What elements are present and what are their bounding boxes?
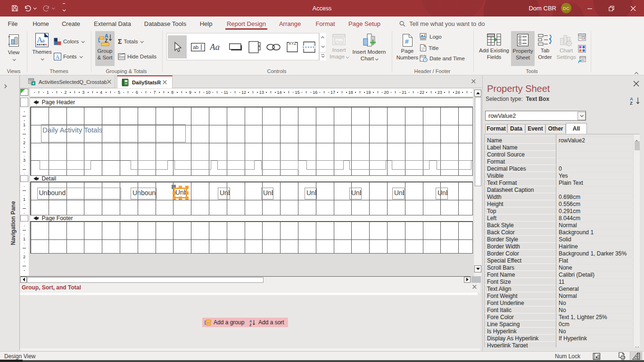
property-row[interactable]: Back ColorBackground 1 [485, 229, 633, 236]
resize-handle-n[interactable] [179, 186, 182, 189]
gallery-more-button[interactable] [320, 52, 326, 59]
gallery-scroll-up[interactable] [320, 34, 326, 41]
ribbon-tab-help[interactable]: Help [200, 17, 213, 30]
hide-details-button[interactable]: Hide Details [118, 53, 157, 60]
print-preview-button[interactable] [616, 352, 628, 361]
property-row[interactable]: Datasheet Caption [485, 186, 633, 193]
page-numbers-button[interactable]: # Page Numbers [395, 31, 420, 66]
property-value[interactable]: Background 1, Darker 35% [557, 250, 632, 257]
themes-button[interactable]: A a Themes [31, 31, 53, 66]
scroll-right-button[interactable] [464, 277, 471, 283]
tab-control-tool[interactable] [245, 35, 264, 58]
unbound-textbox[interactable]: Unbound [37, 188, 121, 199]
ribbon-tab-home[interactable]: Home [33, 17, 49, 30]
add-sort-button[interactable]: AZ Add a sort [248, 318, 288, 327]
ribbon-tab-create[interactable]: Create [62, 17, 80, 30]
header-column-label[interactable] [392, 160, 429, 170]
doc-tab-dailystatsr[interactable]: DailyStatsR [117, 75, 173, 88]
add-existing-fields-button[interactable]: Add Existing Fields [478, 31, 511, 66]
fonts-button[interactable]: A Fonts [54, 53, 82, 60]
property-row[interactable]: Left8.044cm [485, 214, 633, 222]
section-selector-page-header[interactable] [20, 98, 28, 107]
tell-me-search[interactable]: Tell me what you want to do [409, 17, 485, 30]
property-value[interactable]: 0.556cm [557, 201, 632, 207]
property-row[interactable]: Is HyperlinkNo [485, 328, 633, 335]
property-value[interactable]: Flat [557, 257, 632, 264]
property-value[interactable]: No [557, 300, 632, 306]
property-value[interactable] [557, 151, 632, 158]
horizontal-ruler[interactable]: 123456789101112131415161718192021222324 [30, 89, 473, 96]
ps-tab-event[interactable]: Event [525, 124, 545, 133]
property-value[interactable]: 0cm [557, 321, 632, 328]
property-row[interactable]: Label Name [485, 144, 633, 151]
minimize-button[interactable] [579, 0, 601, 16]
resize-handle-e[interactable] [185, 191, 189, 195]
property-row[interactable]: Decimal Places0 [485, 165, 633, 172]
section-selector-page-footer[interactable] [20, 215, 28, 222]
property-sheet-button[interactable]: Property Sheet [511, 31, 535, 66]
combo-dropdown-button[interactable] [578, 112, 586, 120]
sort-az-icon[interactable]: AZ [630, 97, 640, 106]
gallery-scroll-down[interactable] [320, 43, 326, 49]
ribbon-tab-format[interactable]: Format [315, 17, 335, 30]
property-value[interactable]: Background 1 [557, 229, 632, 236]
property-row[interactable]: Top0.291cm [485, 207, 633, 214]
logo-button[interactable]: Logo [420, 33, 442, 41]
resize-handle-ne[interactable] [185, 186, 189, 189]
resize-handle-se[interactable] [185, 197, 189, 200]
user-name[interactable]: Dom CBR [528, 0, 556, 16]
property-row[interactable]: Font NameCalibri (Detail) [485, 271, 633, 278]
ribbon-tab-page-setup[interactable]: Page Setup [348, 17, 380, 30]
view-code-button[interactable] [578, 45, 586, 53]
report-title-label[interactable]: Daily Activity Totals [41, 124, 186, 142]
expand-nav-icon[interactable] [3, 81, 6, 90]
restore-button[interactable] [601, 0, 622, 16]
unbound-textbox[interactable]: Unbound [305, 188, 317, 199]
header-column-label[interactable] [40, 160, 91, 170]
button-tool[interactable] [226, 35, 245, 58]
header-column-label[interactable] [131, 160, 168, 170]
label-tool[interactable]: Aa [207, 35, 226, 58]
property-value[interactable]: 0.291cm [557, 208, 632, 214]
group-sort-button[interactable]: A Z Group & Sort [95, 31, 115, 66]
ps-scroll-down-icon[interactable] [636, 342, 638, 347]
section-bar-page-header[interactable]: Page Header [30, 98, 473, 107]
textbox-tool[interactable]: ab [189, 35, 207, 58]
title-button[interactable]: Title [420, 44, 438, 52]
date-time-button[interactable]: Date and Time [420, 55, 465, 62]
property-row[interactable]: Scroll BarsNone [485, 264, 633, 271]
ribbon-tab-database-tools[interactable]: Database Tools [144, 17, 186, 30]
close-button[interactable] [622, 0, 644, 16]
section-selector-detail[interactable] [20, 175, 28, 182]
property-value[interactable] [557, 158, 632, 165]
property-value[interactable]: 0.698cm [557, 194, 632, 200]
property-value[interactable]: Calibri (Detail) [557, 272, 632, 278]
view-button[interactable]: View [4, 31, 24, 66]
scroll-down-button[interactable] [474, 265, 481, 272]
unbound-textbox[interactable]: Unbound [436, 188, 448, 199]
property-value[interactable]: No [557, 307, 632, 313]
report-view-button[interactable] [590, 352, 603, 361]
property-row[interactable]: Text AlignGeneral [485, 285, 633, 292]
page-break-tool[interactable] [300, 35, 319, 58]
property-row[interactable]: Line Spacing0cm [485, 321, 633, 328]
ribbon-tab-file[interactable]: File [8, 17, 18, 30]
property-row[interactable]: Font UnderlineNo [485, 299, 633, 306]
header-column-label[interactable] [306, 160, 344, 170]
header-column-label[interactable] [349, 160, 387, 170]
property-row[interactable]: VisibleYes [485, 172, 633, 179]
property-row[interactable]: Format [485, 158, 633, 165]
scroll-left-button[interactable] [20, 277, 27, 283]
property-value[interactable]: Plain Text [557, 180, 632, 186]
ribbon-tab-arrange[interactable]: Arrange [279, 17, 301, 30]
unbound-textbox[interactable]: Unbound [261, 188, 273, 199]
property-row[interactable]: Fore ColorText 1, Lighter 25% [485, 313, 633, 321]
property-row[interactable]: Text FormatPlain Text [485, 179, 633, 186]
close-property-sheet-icon[interactable] [633, 81, 639, 87]
property-row[interactable]: NamerowValue2 [485, 137, 633, 144]
tab-order-button[interactable]: Tab Order [536, 31, 554, 66]
vertical-ruler[interactable]: 123112 [20, 97, 29, 276]
resize-handle-s[interactable] [179, 197, 182, 200]
design-hscroll-thumb[interactable] [27, 277, 264, 283]
property-value[interactable]: General [557, 286, 632, 292]
